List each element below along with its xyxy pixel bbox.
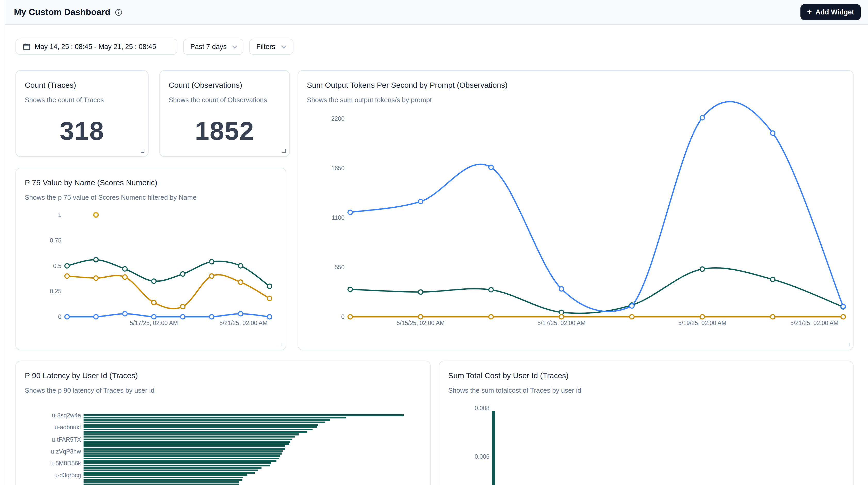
resize-handle-icon[interactable] (282, 149, 286, 153)
data-point-marker (209, 314, 214, 319)
latency-bar (84, 414, 404, 416)
data-point-marker (65, 274, 69, 278)
resize-handle-icon[interactable] (141, 149, 145, 153)
line-series-teal (350, 268, 843, 313)
y-axis-tick: 1 (58, 212, 61, 218)
y-axis-category-label: u-aobnuxf (16, 424, 81, 430)
date-range-value: May 14, 25 : 08:45 - May 21, 25 : 08:45 (35, 43, 156, 51)
data-point-marker (268, 284, 272, 289)
data-point-marker (239, 312, 243, 316)
y-axis-category-label: u-8sq2w4a (16, 412, 81, 419)
latency-bar (84, 460, 276, 462)
latency-bar (84, 484, 240, 485)
latency-bar (84, 481, 240, 483)
page-header: My Custom Dashboard + Add Widget (5, 0, 868, 25)
latency-bar (84, 479, 242, 481)
p90-bar-chart[interactable]: u-8sq2w4au-aobnuxfu-tFAR5TXu-zVqP3hwu-5M… (16, 361, 430, 485)
data-point-marker (418, 200, 423, 204)
y-axis-tick: 0 (341, 313, 344, 320)
calendar-icon (23, 43, 30, 51)
filters-label: Filters (256, 43, 275, 51)
cost-bar-chart[interactable]: 0.0080.006 (439, 361, 853, 485)
widget-count-traces: Count (Traces) Shows the count of Traces… (16, 70, 149, 157)
filter-toolbar: May 14, 25 : 08:45 - May 21, 25 : 08:45 … (16, 39, 293, 55)
resize-handle-icon[interactable] (846, 342, 849, 346)
data-point-marker (348, 287, 352, 292)
widget-title: Count (Observations) (169, 81, 242, 89)
widget-tokens-per-second: Sum Output Tokens Per Second by Prompt (… (298, 70, 854, 350)
latency-bar (84, 443, 289, 445)
tokens-line-chart[interactable]: 05501100165022005/15/25, 02:00 AM5/17/25… (298, 71, 854, 350)
data-point-marker (152, 300, 156, 305)
latency-bar (84, 419, 330, 421)
latency-bar (84, 429, 313, 430)
data-point-marker (123, 312, 127, 316)
single-data-point-marker (94, 213, 98, 217)
time-preset-select[interactable]: Past 7 days (183, 39, 243, 55)
add-widget-label: Add Widget (815, 8, 854, 16)
widget-subtitle: Shows the count of Observations (169, 96, 267, 104)
data-point-marker (181, 304, 185, 309)
latency-bar (84, 417, 346, 419)
latency-bar (84, 448, 285, 450)
data-point-marker (841, 304, 845, 308)
latency-bar (84, 424, 318, 426)
sidebar-edge-divider (5, 0, 5, 485)
dashboard-page: My Custom Dashboard + Add Widget May 14,… (0, 0, 868, 485)
date-range-picker[interactable]: May 14, 25 : 08:45 - May 21, 25 : 08:45 (16, 39, 178, 55)
x-axis-tick: 5/17/25, 02:00 AM (130, 320, 178, 326)
data-point-marker (94, 314, 98, 319)
data-point-marker (152, 279, 156, 283)
chevron-down-icon (281, 45, 286, 48)
plus-icon: + (807, 8, 812, 16)
resize-handle-icon[interactable] (279, 342, 282, 346)
data-point-marker (209, 274, 214, 278)
data-point-marker (630, 314, 634, 319)
y-axis-category-label: u-d3qr5cg (16, 472, 81, 479)
data-point-marker (700, 314, 705, 319)
line-series-blue (350, 102, 843, 311)
latency-bar (84, 457, 279, 459)
x-axis-tick: 5/19/25, 02:00 AM (678, 320, 726, 326)
p75-line-chart[interactable]: 00.250.50.7515/17/25, 02:00 AM5/21/25, 0… (16, 168, 286, 350)
time-preset-value: Past 7 days (190, 43, 227, 51)
data-point-marker (94, 276, 98, 280)
latency-bar (84, 446, 285, 447)
y-axis-tick: 2200 (331, 115, 344, 122)
filters-dropdown[interactable]: Filters (249, 39, 293, 55)
y-axis-tick: 0.5 (53, 263, 61, 269)
chevron-down-icon (232, 45, 237, 48)
latency-bar (84, 441, 290, 443)
widget-subtitle: Shows the count of Traces (25, 96, 104, 104)
widget-p75-value: P 75 Value by Name (Scores Numeric) Show… (16, 168, 286, 350)
data-point-marker (348, 314, 352, 319)
cost-bar (492, 411, 495, 485)
x-axis-tick: 5/15/25, 02:00 AM (397, 320, 445, 326)
data-point-marker (65, 264, 69, 268)
latency-bar (84, 469, 258, 471)
y-axis-category-label: u-5M8D56k (16, 460, 81, 466)
add-widget-button[interactable]: + Add Widget (800, 4, 861, 20)
count-value: 1852 (160, 116, 289, 146)
y-axis-category-label: u-tFAR5TX (16, 436, 81, 443)
data-point-marker (700, 267, 705, 271)
data-point-marker (209, 260, 214, 264)
info-icon[interactable] (115, 8, 122, 16)
data-point-marker (771, 314, 775, 319)
data-point-marker (94, 257, 98, 262)
x-axis-tick: 5/21/25, 02:00 AM (219, 320, 268, 326)
data-point-marker (418, 290, 423, 294)
latency-bar (84, 450, 283, 452)
data-point-marker (239, 280, 243, 284)
latency-bar (84, 467, 262, 469)
latency-bar (84, 433, 298, 435)
latency-bar (84, 436, 295, 438)
latency-bar (84, 422, 325, 423)
latency-bar (84, 426, 317, 428)
data-point-marker (559, 310, 564, 314)
latency-bar (84, 472, 255, 474)
data-point-marker (489, 165, 493, 170)
y-axis-tick: 0.008 (459, 405, 490, 411)
data-point-marker (771, 131, 775, 135)
data-point-marker (123, 275, 127, 279)
